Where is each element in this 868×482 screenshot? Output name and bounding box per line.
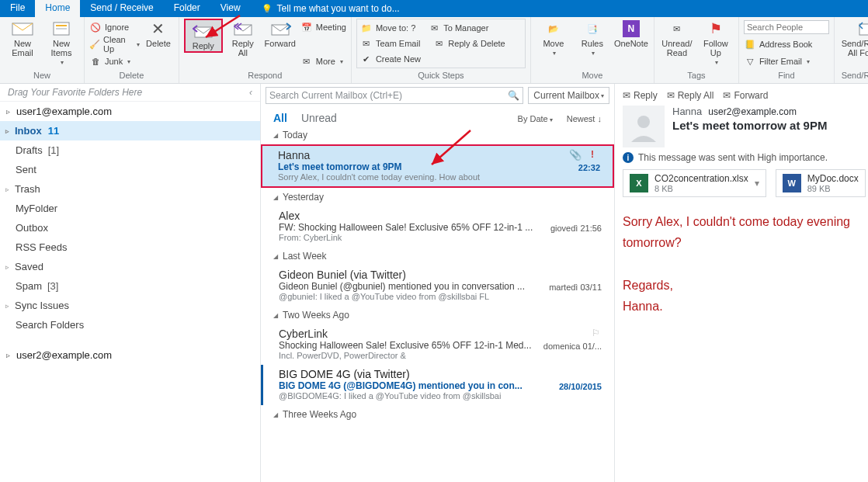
reply-all-icon: ✉ xyxy=(667,90,675,101)
attachment-docx[interactable]: W MyDoc.docx89 KB xyxy=(776,169,866,197)
sort-newest[interactable]: Newest ↓ xyxy=(567,114,602,123)
meeting-button[interactable]: 📅Meeting xyxy=(300,20,346,34)
group-three-weeks[interactable]: Three Weeks Ago xyxy=(261,405,614,424)
new-items-button[interactable]: New Items xyxy=(43,19,79,66)
qs-create-label: Create New xyxy=(376,54,421,64)
qs-team-email[interactable]: ✉Team Email xyxy=(360,36,420,50)
search-people-input[interactable] xyxy=(744,20,829,34)
folder-sync-label: Sync Issues xyxy=(15,300,69,311)
reading-reply-all[interactable]: ✉Reply All xyxy=(667,90,714,101)
excel-icon: X xyxy=(630,174,648,192)
message-today-hanna[interactable]: Hanna Let's meet tomorrow at 9PM Sorry A… xyxy=(261,144,614,188)
account-1[interactable]: user1@example.com xyxy=(0,102,260,121)
filter-all[interactable]: All xyxy=(273,112,287,124)
search-mailbox-input[interactable]: Search Current Mailbox (Ctrl+E) 🔍 xyxy=(266,87,523,104)
qs-replydel-label: Reply & Delete xyxy=(448,39,505,48)
account-2[interactable]: user2@example.com xyxy=(0,345,260,365)
group-last-week[interactable]: Last Week xyxy=(261,247,614,265)
send-receive-all-button[interactable]: Send/Receive All Folders xyxy=(839,19,868,57)
new-items-label: New Items xyxy=(51,39,72,57)
new-email-button[interactable]: New Email xyxy=(5,19,40,57)
group-today[interactable]: Today xyxy=(261,126,614,144)
menu-view[interactable]: View xyxy=(210,0,251,17)
favorites-label: Drag Your Favorite Folders Here xyxy=(8,87,142,98)
sort-by-date[interactable]: By Date xyxy=(518,114,553,123)
new-items-icon xyxy=(50,20,72,37)
flag-icon: ⚑ xyxy=(705,20,727,37)
folder-drafts[interactable]: Drafts[1] xyxy=(0,140,260,160)
folder-spam[interactable]: Spam[3] xyxy=(0,276,260,296)
qs-manager-label: To Manager xyxy=(443,23,488,33)
group-respond: Reply Reply All Forward 📅Meeting ✉More xyxy=(179,17,352,83)
cleanup-label: Clean Up xyxy=(103,35,132,54)
msg-preview: From: CyberLink xyxy=(279,233,602,242)
folder-trash[interactable]: Trash xyxy=(0,179,260,199)
flag-outline-icon: ⚐ xyxy=(592,328,600,338)
qs-create-new[interactable]: ✔Create New xyxy=(360,52,522,66)
rules-button[interactable]: 📑Rules xyxy=(575,19,610,57)
message-yest-alex[interactable]: Alex FW: Shocking Halloween Sale! Exclus… xyxy=(261,206,614,247)
group-tags: ✉Unread/ Read ⚑Follow Up Tags xyxy=(654,17,739,83)
reading-reply[interactable]: ✉Reply xyxy=(623,90,658,101)
group-yesterday[interactable]: Yesterday xyxy=(261,188,614,206)
rules-icon: 📑 xyxy=(582,20,603,37)
quick-steps-gallery[interactable]: 📁Move to: ? ✉To Manager ✉Team Email ✉Rep… xyxy=(356,19,526,68)
folder-sync[interactable]: Sync Issues xyxy=(0,296,260,315)
tell-me[interactable]: Tell me what you want to do... xyxy=(251,0,400,17)
group-two-weeks[interactable]: Two Weeks Ago xyxy=(261,306,614,324)
word-icon: W xyxy=(783,174,801,192)
reading-actions: ✉Reply ✉Reply All ✉Forward xyxy=(620,88,868,106)
unread-read-button[interactable]: ✉Unread/ Read xyxy=(659,19,695,57)
reading-forward[interactable]: ✉Forward xyxy=(723,90,768,101)
msg-time: martedì 03/11 xyxy=(549,283,602,292)
junk-icon: 🗑 xyxy=(89,55,102,68)
delete-button[interactable]: ✕ Delete xyxy=(143,19,174,48)
menu-home[interactable]: Home xyxy=(35,0,80,17)
reading-header: Hannauser2@example.com Let's meet tomorr… xyxy=(620,106,868,147)
attachment-xlsx[interactable]: X CO2concentration.xlsx8 KB ▾ xyxy=(623,169,766,197)
folder-outbox[interactable]: Outbox xyxy=(0,218,260,238)
junk-button[interactable]: 🗑Junk xyxy=(89,54,140,68)
filter-email-button[interactable]: ▽Filter Email xyxy=(744,54,829,68)
folder-search[interactable]: Search Folders xyxy=(0,315,260,335)
more-respond-button[interactable]: ✉More xyxy=(300,54,346,68)
folder-inbox[interactable]: Inbox11 xyxy=(0,121,260,140)
reply-button[interactable]: Reply xyxy=(186,21,220,50)
message-tw-bigdome[interactable]: BIG DOME 4G (via Twitter) BIG DOME 4G (@… xyxy=(261,365,614,405)
ignore-button[interactable]: 🚫Ignore xyxy=(89,20,140,34)
folder-inbox-count: 11 xyxy=(48,125,59,137)
filter-unread[interactable]: Unread xyxy=(301,112,337,124)
menu-file[interactable]: File xyxy=(0,0,35,17)
reply-all-button[interactable]: Reply All xyxy=(226,19,260,57)
folder-saved[interactable]: Saved xyxy=(0,257,260,276)
cleanup-icon: 🧹 xyxy=(89,38,100,50)
chevron-down-icon[interactable]: ▾ xyxy=(755,178,759,189)
qs-reply-delete[interactable]: ✉Reply & Delete xyxy=(432,36,505,50)
message-lw-gideon[interactable]: Gideon Buniel (via Twitter) Gideon Bunie… xyxy=(261,265,614,306)
favorites-drop[interactable]: Drag Your Favorite Folders Here ‹ xyxy=(0,84,260,102)
importance-icon: ! xyxy=(591,149,594,160)
follow-up-button[interactable]: ⚑Follow Up xyxy=(698,19,734,66)
qs-move-to[interactable]: 📁Move to: ? xyxy=(360,21,415,35)
menu-folder[interactable]: Folder xyxy=(164,0,210,17)
address-book-button[interactable]: 📒Address Book xyxy=(744,37,829,51)
address-book-icon: 📒 xyxy=(744,38,756,50)
collapse-folders-icon[interactable]: ‹ xyxy=(249,87,252,98)
message-tw-cyberlink[interactable]: CyberLink Shocking Halloween Sale! Exclu… xyxy=(261,324,614,365)
tell-me-label: Tell me what you want to do... xyxy=(277,3,400,14)
onenote-label: OneNote xyxy=(614,39,648,48)
move-button[interactable]: 📂Move xyxy=(536,19,571,57)
qs-to-manager[interactable]: ✉To Manager xyxy=(428,21,488,35)
search-scope-dropdown[interactable]: Current Mailbox xyxy=(528,87,609,104)
forward-button[interactable]: Forward xyxy=(263,19,297,48)
meeting-icon: 📅 xyxy=(300,21,313,33)
reply-all-icon xyxy=(232,20,254,37)
menu-send-receive[interactable]: Send / Receive xyxy=(80,0,163,17)
reading-replyall-label: Reply All xyxy=(678,90,714,101)
cleanup-button[interactable]: 🧹Clean Up xyxy=(89,37,140,51)
group-new-caption: New xyxy=(5,71,79,83)
folder-myfolder[interactable]: MyFolder xyxy=(0,199,260,218)
folder-sent[interactable]: Sent xyxy=(0,160,260,179)
folder-rss[interactable]: RSS Feeds xyxy=(0,238,260,257)
onenote-button[interactable]: NOneNote xyxy=(613,19,649,48)
